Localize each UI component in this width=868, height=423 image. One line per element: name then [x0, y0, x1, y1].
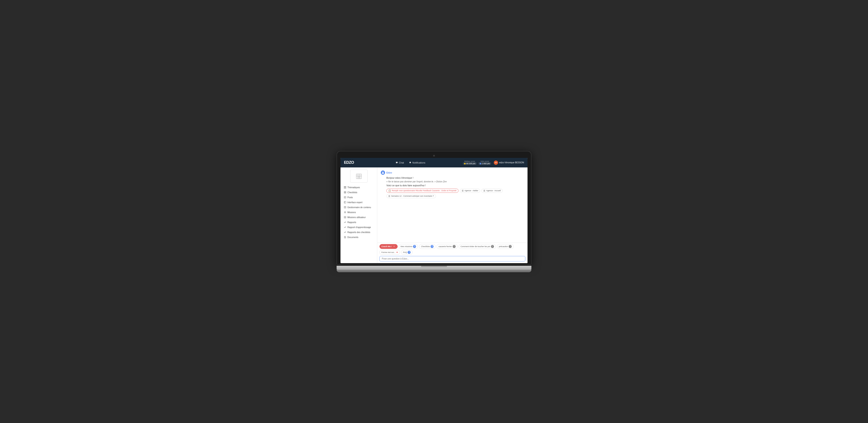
coach-mo-badge: 1 — [393, 245, 396, 248]
score-dot-yellow — [464, 163, 466, 164]
best-score-block: Meilleur score 68 035 pts — [463, 160, 477, 165]
sidebar-item-posts[interactable]: Posts — [342, 195, 375, 200]
sidebar: Thématiques Checklists Posts — [340, 168, 377, 263]
user-badge[interactable]: eV edzo-Véronique BESSON — [494, 160, 524, 165]
svg-rect-6 — [344, 186, 345, 187]
main-content: Thématiques Checklists Posts — [340, 168, 528, 263]
svg-rect-17 — [344, 202, 346, 203]
best-score-badge: 68 035 pts — [463, 162, 477, 165]
mes-missions-badge: ☰ — [413, 245, 416, 248]
sidebar-item-rapports[interactable]: Rapports — [342, 220, 375, 224]
svg-point-29 — [382, 172, 383, 173]
your-score-badge: 1 682 pts — [478, 162, 491, 165]
svg-point-23 — [345, 212, 345, 213]
laptop-vent — [421, 266, 447, 267]
svg-rect-8 — [344, 187, 345, 188]
interface-icon — [344, 201, 346, 203]
app-logo: EDZO — [344, 160, 354, 165]
rapports-checklists-icon — [344, 231, 346, 233]
quick-chip-mes-missions[interactable]: Mes missions ☰ — [399, 244, 418, 249]
sidebar-item-missions-user[interactable]: Missions utilisateur — [342, 215, 375, 220]
quick-chip-checklists[interactable]: Checklists ☰ — [419, 244, 435, 249]
task-intro-text: Voici ce que tu dois faire aujourd'hui ! — [381, 184, 524, 187]
svg-rect-9 — [345, 187, 346, 188]
apprentissage-icon — [344, 226, 346, 228]
quick-chip-forme-moi[interactable]: Forme moi sur... ★ — [379, 250, 400, 255]
quick-chip-coach-mo[interactable]: Coach Mo ! 1 — [379, 244, 398, 249]
camera-notch — [433, 155, 435, 157]
sidebar-item-thematiques[interactable]: Thématiques — [342, 185, 375, 190]
chat-area: Edzo Bonjour edzo-Véronique ! « Ne te la… — [377, 168, 528, 263]
quick-chips: Coach Mo ! 1 Mes missions ☰ — [379, 244, 525, 255]
thematiques-icon — [344, 186, 346, 188]
avatar: eV — [494, 160, 498, 165]
task-chips: 📋 Remplir mon questionnaire Récolte Feed… — [381, 189, 524, 198]
quick-chip-precaution[interactable]: précaution ? — [497, 244, 514, 249]
svg-rect-7 — [345, 186, 346, 187]
sidebar-nav: Thématiques Checklists Posts — [340, 185, 377, 240]
app-container: EDZO Chat Notifications Meille — [340, 158, 528, 263]
task-chip-1[interactable]: ☰ Agence - Atelier — [460, 189, 480, 193]
sidebar-item-gestionnaire[interactable]: Gestionnaire de contenu — [342, 205, 375, 210]
building-icon — [355, 172, 363, 180]
sidebar-item-rapport-apprentissage[interactable]: Rapport d'apprentissage — [342, 225, 375, 230]
checklists-icon — [344, 191, 346, 193]
rapports-icon — [344, 221, 346, 223]
sidebar-item-checklists[interactable]: Checklists — [342, 190, 375, 195]
svg-rect-24 — [344, 216, 346, 218]
greeting-text: Bonjour edzo-Véronique ! — [381, 176, 524, 180]
laptop-foot — [337, 270, 531, 272]
forme-moi-icon: ★ — [396, 251, 398, 253]
chat-messages: Edzo Bonjour edzo-Véronique ! « Ne te la… — [377, 168, 528, 243]
laptop-screen: EDZO Chat Notifications Meille — [340, 158, 528, 263]
task-chip-2[interactable]: ☰ Agence - Accueil — [482, 189, 503, 193]
chat-input-row — [379, 256, 525, 262]
chat-icon — [396, 161, 398, 164]
missions-user-icon — [344, 216, 346, 218]
svg-rect-19 — [344, 206, 346, 208]
missions-icon — [344, 211, 346, 213]
causerie-badge: ? — [453, 245, 456, 248]
laptop-base — [337, 266, 531, 270]
documents-icon — [344, 236, 346, 238]
nav-chat[interactable]: Chat — [396, 161, 404, 164]
quote-text: « Ne te laisse pas dominer par l'esprit,… — [381, 180, 524, 183]
svg-rect-14 — [344, 197, 346, 198]
chat-bottom: Coach Mo ! 1 Mes missions ☰ — [377, 243, 528, 263]
quick-chip-comment-eviter[interactable]: Comment éviter de toucher les poi ? — [459, 244, 496, 249]
sidebar-item-missions[interactable]: Missions — [342, 210, 375, 215]
quick-chip-causerie[interactable]: causerie fevrier ? — [437, 244, 458, 249]
chat-input[interactable] — [379, 256, 525, 262]
your-score-block: Votre score 1 682 pts — [478, 160, 491, 165]
scores-area: Meilleur score 68 035 pts Votre score 1 … — [463, 160, 491, 165]
quick-chip-faq[interactable]: FAQ ☰ — [401, 250, 412, 255]
header-nav: Chat Notifications — [358, 161, 463, 164]
sidebar-item-interface-expert[interactable]: Interface expert — [342, 200, 375, 205]
task-chip-0[interactable]: 📋 Remplir mon questionnaire Récolte Feed… — [386, 189, 459, 193]
sidebar-item-documents[interactable]: Documents — [342, 235, 375, 240]
screen-bezel: EDZO Chat Notifications Meille — [337, 151, 531, 265]
checklists-badge: ☰ — [431, 245, 434, 248]
faq-badge: ☰ — [408, 251, 411, 254]
posts-icon — [344, 196, 346, 199]
svg-rect-5 — [358, 177, 360, 179]
nav-notifications[interactable]: Notifications — [409, 161, 425, 164]
message-sender: Edzo — [381, 171, 524, 175]
bell-icon — [409, 161, 411, 164]
gestionnaire-icon — [344, 206, 346, 208]
sidebar-item-rapports-checklists[interactable]: Rapports des checklists — [342, 230, 375, 235]
laptop-shell: EDZO Chat Notifications Meille — [337, 151, 531, 272]
task-chip-3[interactable]: ☰ Semaine 12 - Comment anticiper son inv… — [386, 194, 436, 198]
sidebar-logo — [350, 170, 368, 183]
comment-eviter-badge: ? — [491, 245, 494, 248]
edzo-avatar — [381, 171, 385, 175]
app-header: EDZO Chat Notifications Meille — [340, 158, 528, 168]
score-dot-blue — [480, 163, 481, 164]
precaution-badge: ? — [509, 245, 512, 248]
